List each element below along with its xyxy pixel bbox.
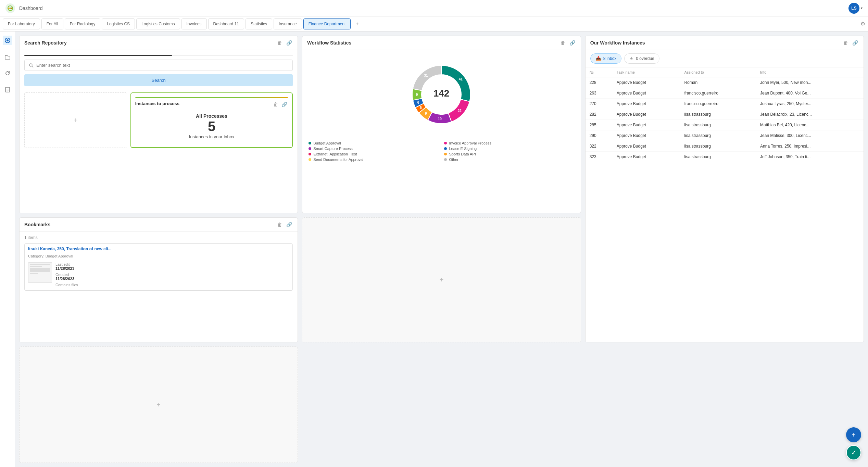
- bookmark-last-edit-label: Last edit: [55, 262, 289, 266]
- add-widget-right-icon: +: [156, 401, 161, 409]
- tab-invoices[interactable]: Invoices: [181, 18, 207, 29]
- instances-widget-delete-btn[interactable]: 🗑: [843, 39, 849, 46]
- instances-mini-inbox-label: Instances in your inbox: [135, 134, 288, 139]
- search-progress-bar: [24, 55, 293, 56]
- add-widget-center[interactable]: +: [302, 217, 581, 342]
- cell-info: Matthias Bel, 420, Licenc...: [756, 120, 864, 130]
- legend-dot-sports: [444, 153, 447, 155]
- legend-label-sports: Sports Data API: [449, 152, 476, 156]
- sidebar-item-home[interactable]: [3, 36, 12, 45]
- table-row[interactable]: 282 Approve Budget lisa.strassburg Jean …: [586, 109, 864, 120]
- legend-label-budget: Budget Approval: [313, 141, 341, 145]
- bookmark-contains: Contains files: [55, 283, 289, 287]
- workflow-widget-body: 412219956931 142 Budget Approval Invoice…: [302, 50, 580, 165]
- svg-line-11: [32, 66, 34, 67]
- fab-container: + ✓: [846, 427, 861, 460]
- instances-widget-link-btn[interactable]: 🔗: [852, 39, 859, 46]
- tab-for-all[interactable]: For All: [41, 18, 63, 29]
- legend-dot-send-docs: [309, 158, 311, 161]
- bookmark-last-edit: Last edit 11/28/2023: [55, 262, 289, 270]
- bookmark-item-category: Category: Budget Approval: [25, 254, 292, 260]
- user-avatar-area[interactable]: LS ▾: [848, 3, 863, 14]
- bookmark-preview: [28, 262, 52, 283]
- tab-logistics-customs[interactable]: Logistics Customs: [136, 18, 180, 29]
- search-input[interactable]: [36, 63, 288, 68]
- legend-label-send-docs: Send Documents for Approval: [313, 157, 363, 162]
- search-widget-header: Search Repository 🗑 🔗: [20, 36, 298, 50]
- content-grid: Search Repository 🗑 🔗 Search: [15, 31, 868, 467]
- legend-lease: Lease E-Signing: [444, 147, 574, 151]
- avatar[interactable]: LS: [848, 3, 859, 14]
- fab-check-button[interactable]: ✓: [846, 445, 861, 460]
- workflow-widget-link-btn[interactable]: 🔗: [569, 39, 576, 46]
- donut-legend: Budget Approval Invoice Approval Process…: [306, 141, 577, 162]
- legend-dot-extranet: [309, 153, 311, 155]
- cell-task: Approve Budget: [613, 130, 680, 141]
- bookmarks-delete-btn[interactable]: 🗑: [277, 221, 283, 228]
- table-row[interactable]: 270 Approve Budget francisco.guerreiro J…: [586, 99, 864, 109]
- legend-other: Other: [444, 157, 574, 162]
- tab-dashboard-11[interactable]: Dashboard 11: [208, 18, 244, 29]
- table-row[interactable]: 290 Approve Budget lisa.strassburg Jean …: [586, 130, 864, 141]
- inbox-tab[interactable]: 📥 8 inbox: [590, 53, 622, 64]
- search-progress-fill: [24, 55, 172, 56]
- bookmarks-actions: 🗑 🔗: [277, 221, 293, 228]
- cell-task: Approve Budget: [613, 88, 680, 99]
- workflow-widget-actions: 🗑 🔗: [560, 39, 576, 46]
- tab-for-laboratory[interactable]: For Laboratory: [3, 18, 40, 29]
- cell-assigned: Roman: [680, 77, 756, 88]
- instances-mini-delete-btn[interactable]: 🗑: [273, 101, 279, 108]
- workflow-widget-delete-btn[interactable]: 🗑: [560, 39, 566, 46]
- table-row[interactable]: 263 Approve Budget francisco.guerreiro J…: [586, 88, 864, 99]
- main-layout: Search Repository 🗑 🔗 Search: [0, 31, 868, 467]
- add-widget-right[interactable]: +: [19, 346, 298, 463]
- bookmark-item: Itsuki Kaneda, 350, Translation of new c…: [24, 243, 293, 291]
- legend-smart-capture: Smart Capture Process: [309, 147, 439, 151]
- app-title: Dashboard: [19, 5, 848, 11]
- sidebar-item-refresh[interactable]: [3, 68, 12, 78]
- search-empty-panel[interactable]: +: [24, 92, 127, 148]
- tab-statistics[interactable]: Statistics: [246, 18, 272, 29]
- table-row[interactable]: 323 Approve Budget lisa.strassburg Jeff …: [586, 152, 864, 162]
- avatar-chevron-icon: ▾: [861, 6, 863, 10]
- search-widget-link-btn[interactable]: 🔗: [286, 39, 293, 46]
- sidebar-item-tasks[interactable]: [3, 85, 12, 94]
- legend-label-invoice: Invoice Approval Process: [449, 141, 491, 145]
- tab-logistics-cs[interactable]: Logistics CS: [102, 18, 135, 29]
- search-repository-widget: Search Repository 🗑 🔗 Search: [19, 36, 298, 213]
- cell-assigned: lisa.strassburg: [680, 120, 756, 130]
- overdue-tab[interactable]: ⚠ 0 overdue: [624, 53, 659, 64]
- table-row[interactable]: 322 Approve Budget lisa.strassburg Anna …: [586, 141, 864, 152]
- preview-line-3: [30, 273, 38, 274]
- bookmarks-link-btn[interactable]: 🔗: [286, 221, 293, 228]
- cell-task: Approve Budget: [613, 141, 680, 152]
- search-widget-title: Search Repository: [24, 40, 67, 46]
- inbox-tabs: 📥 8 inbox ⚠ 0 overdue: [586, 50, 864, 67]
- instances-mini-title: Instances to process: [135, 101, 179, 108]
- search-widget-body: Search + Instances to process 🗑 🔗 All Pr…: [20, 50, 298, 153]
- table-row[interactable]: 228 Approve Budget Roman John Myer, 500,…: [586, 77, 864, 88]
- preview-line-1: [30, 264, 50, 265]
- bookmark-item-title[interactable]: Itsuki Kaneda, 350, Translation of new c…: [25, 244, 292, 254]
- tabs-settings-icon[interactable]: ⚙: [860, 21, 865, 27]
- instances-mini-header: Instances to process 🗑 🔗: [135, 101, 288, 108]
- preview-lines: [30, 264, 50, 274]
- topbar: Dashboard LS ▾: [0, 0, 868, 16]
- tab-finance-department[interactable]: Finance Department: [303, 18, 351, 29]
- sidebar-item-folder[interactable]: [3, 52, 12, 62]
- table-row[interactable]: 285 Approve Budget lisa.strassburg Matth…: [586, 120, 864, 130]
- preview-line-2: [30, 266, 42, 267]
- tab-insurance[interactable]: Insurance: [274, 18, 302, 29]
- legend-label-extranet: Extranet_Application_Test: [313, 152, 357, 156]
- instances-mini-link-btn[interactable]: 🔗: [281, 101, 288, 108]
- tab-for-radiology[interactable]: For Radiology: [65, 18, 101, 29]
- search-widget-delete-btn[interactable]: 🗑: [277, 39, 283, 46]
- search-button[interactable]: Search: [24, 74, 293, 86]
- cell-assigned: lisa.strassburg: [680, 109, 756, 120]
- cell-assigned: lisa.strassburg: [680, 141, 756, 152]
- add-tab-button[interactable]: +: [352, 19, 362, 29]
- legend-dot-lease: [444, 147, 447, 150]
- donut-chart-container: 412219956931 142: [306, 53, 577, 136]
- cell-no: 323: [586, 152, 613, 162]
- fab-add-button[interactable]: +: [846, 427, 861, 442]
